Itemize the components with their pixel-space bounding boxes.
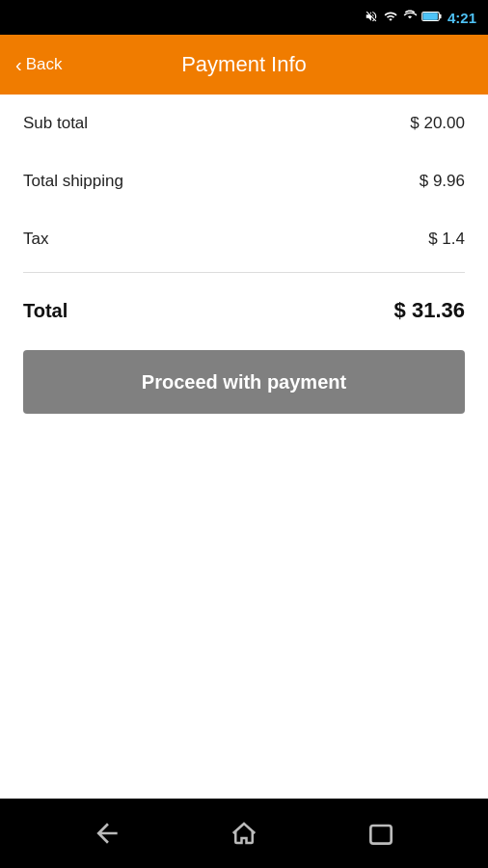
subtotal-label: Sub total — [23, 114, 88, 133]
shipping-value: $ 9.96 — [420, 172, 465, 191]
line-item-subtotal: Sub total $ 20.00 — [23, 95, 465, 152]
nav-back-icon[interactable] — [92, 818, 122, 849]
svg-rect-3 — [370, 826, 391, 844]
content-area: Sub total $ 20.00 Total shipping $ 9.96 … — [0, 95, 488, 414]
total-label: Total — [23, 300, 68, 322]
tax-label: Tax — [23, 230, 48, 249]
header: ‹ Back Payment Info — [0, 35, 488, 95]
battery-icon — [421, 11, 443, 25]
total-row: Total $ 31.36 — [23, 277, 465, 346]
line-item-tax: Tax $ 1.4 — [23, 210, 465, 268]
back-chevron-icon: ‹ — [15, 55, 22, 74]
line-item-shipping: Total shipping $ 9.96 — [23, 152, 465, 210]
total-value: $ 31.36 — [394, 298, 465, 323]
back-label: Back — [26, 55, 63, 74]
shipping-label: Total shipping — [23, 172, 123, 191]
wifi-icon — [383, 10, 398, 26]
mute-icon — [365, 10, 378, 26]
svg-rect-1 — [439, 14, 441, 17]
svg-rect-2 — [422, 13, 437, 19]
nav-home-icon[interactable] — [230, 819, 258, 848]
divider — [23, 272, 465, 273]
bottom-nav — [0, 799, 488, 868]
status-bar: 4:21 — [0, 0, 488, 35]
status-time: 4:21 — [447, 10, 476, 26]
nav-recents-icon[interactable] — [366, 818, 396, 849]
proceed-payment-button[interactable]: Proceed with payment — [23, 350, 465, 414]
subtotal-value: $ 20.00 — [410, 114, 465, 133]
page-title: Payment Info — [181, 52, 307, 77]
status-icons: 4:21 — [365, 10, 476, 26]
signal-icon — [403, 10, 417, 26]
tax-value: $ 1.4 — [428, 230, 465, 249]
back-button[interactable]: ‹ Back — [15, 55, 62, 74]
